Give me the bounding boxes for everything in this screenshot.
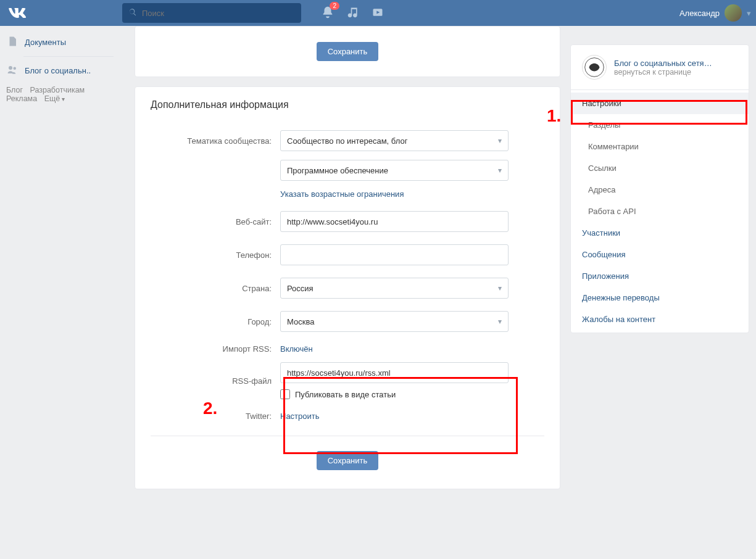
svg-point-2 — [14, 67, 17, 70]
phone-input[interactable] — [280, 244, 509, 265]
phone-label: Телефон: — [151, 251, 280, 260]
topic-select-1[interactable]: Сообщество по интересам, блог ▾ — [280, 130, 509, 151]
search-input[interactable] — [142, 9, 295, 18]
topic-select-2[interactable]: Программное обеспечение ▾ — [280, 160, 509, 181]
menu-api[interactable]: Работа с API — [571, 201, 749, 222]
twitter-label: Twitter: — [151, 412, 280, 421]
svg-point-1 — [9, 66, 12, 70]
left-nav: Документы Блог о социальн.. Блог Разрабо… — [0, 26, 117, 499]
select-value: Москва — [287, 317, 314, 326]
group-icon — [6, 64, 19, 77]
user-menu[interactable]: Александр ▾ — [679, 4, 751, 22]
notification-badge: 2 — [330, 2, 339, 10]
chevron-down-icon: ▾ — [498, 166, 502, 175]
rss-file-label: RSS-файл — [151, 376, 280, 386]
rss-import-link[interactable]: Включён — [280, 344, 313, 354]
menu-members[interactable]: Участники — [571, 222, 749, 244]
community-back-link[interactable]: вернуться к странице — [614, 68, 712, 77]
save-button-bottom[interactable]: Сохранить — [317, 451, 379, 470]
avatar — [725, 4, 742, 22]
website-input[interactable] — [280, 211, 509, 232]
search-icon — [128, 8, 137, 19]
header-icons: 2 — [321, 6, 384, 21]
search-box[interactable] — [122, 3, 301, 23]
select-value: Программное обеспечение — [287, 166, 388, 175]
footer-ads[interactable]: Реклама — [6, 94, 37, 103]
topic-label: Тематика сообщества: — [151, 136, 280, 146]
save-button-top[interactable]: Сохранить — [317, 42, 379, 61]
website-label: Веб-сайт: — [151, 217, 280, 226]
username: Александр — [679, 9, 720, 18]
rss-file-input[interactable] — [280, 362, 509, 383]
select-value: Сообщество по интересам, блог — [287, 136, 407, 146]
city-label: Город: — [151, 317, 280, 326]
notifications-icon[interactable]: 2 — [321, 6, 334, 21]
chevron-down-icon: ▾ — [498, 136, 502, 145]
footer-more[interactable]: Ещё — [44, 94, 65, 103]
city-select[interactable]: Москва ▾ — [280, 311, 509, 332]
rss-publish-checkbox[interactable] — [280, 389, 290, 399]
section-title: Дополнительная информация — [151, 99, 544, 110]
menu-messages[interactable]: Сообщения — [571, 244, 749, 265]
footer-blog[interactable]: Блог — [6, 86, 23, 94]
age-rating-link[interactable]: Указать возрастные ограничения — [280, 189, 404, 199]
header: 2 Александр ▾ — [0, 0, 756, 26]
country-label: Страна: — [151, 284, 280, 293]
community-title[interactable]: Блог о социальных сетя… — [614, 59, 712, 68]
menu-addresses[interactable]: Адреса — [571, 179, 749, 201]
chevron-down-icon: ▾ — [498, 317, 502, 326]
twitter-link[interactable]: Настроить — [280, 412, 320, 421]
menu-apps[interactable]: Приложения — [571, 265, 749, 287]
menu-settings[interactable]: Настройки — [571, 93, 749, 114]
nav-blog[interactable]: Блог о социальн.. — [4, 60, 114, 81]
select-value: Россия — [287, 284, 314, 293]
rss-publish-label: Публиковать в виде статьи — [295, 390, 396, 399]
rss-import-label: Импорт RSS: — [151, 344, 280, 354]
music-icon[interactable] — [347, 6, 359, 20]
footer-links: Блог Разработчикам Реклама Ещё — [4, 81, 114, 108]
menu-comments[interactable]: Комментарии — [571, 136, 749, 157]
nav-item-label: Документы — [25, 38, 66, 47]
vk-logo[interactable] — [5, 8, 30, 18]
menu-sections[interactable]: Разделы — [571, 114, 749, 136]
document-icon — [6, 36, 19, 49]
menu-money[interactable]: Денежные переводы — [571, 287, 749, 308]
chevron-down-icon: ▾ — [498, 284, 502, 292]
community-header: Блог о социальных сетя… вернуться к стра… — [571, 45, 749, 89]
additional-info-card: Дополнительная информация Тематика сообщ… — [135, 86, 560, 489]
community-logo[interactable] — [582, 55, 607, 80]
menu-links[interactable]: Ссылки — [571, 157, 749, 179]
footer-developers[interactable]: Разработчикам — [30, 86, 85, 94]
menu-complaints[interactable]: Жалобы на контент — [571, 308, 749, 330]
chevron-down-icon: ▾ — [747, 9, 751, 18]
main-content: Сохранить Дополнительная информация Тема… — [135, 26, 560, 499]
nav-item-label: Блог о социальн.. — [25, 66, 91, 75]
right-column: Блог о социальных сетя… вернуться к стра… — [570, 26, 749, 499]
video-icon[interactable] — [372, 6, 384, 20]
top-save-card: Сохранить — [135, 26, 560, 77]
country-select[interactable]: Россия ▾ — [280, 278, 509, 299]
nav-documents[interactable]: Документы — [4, 32, 114, 52]
